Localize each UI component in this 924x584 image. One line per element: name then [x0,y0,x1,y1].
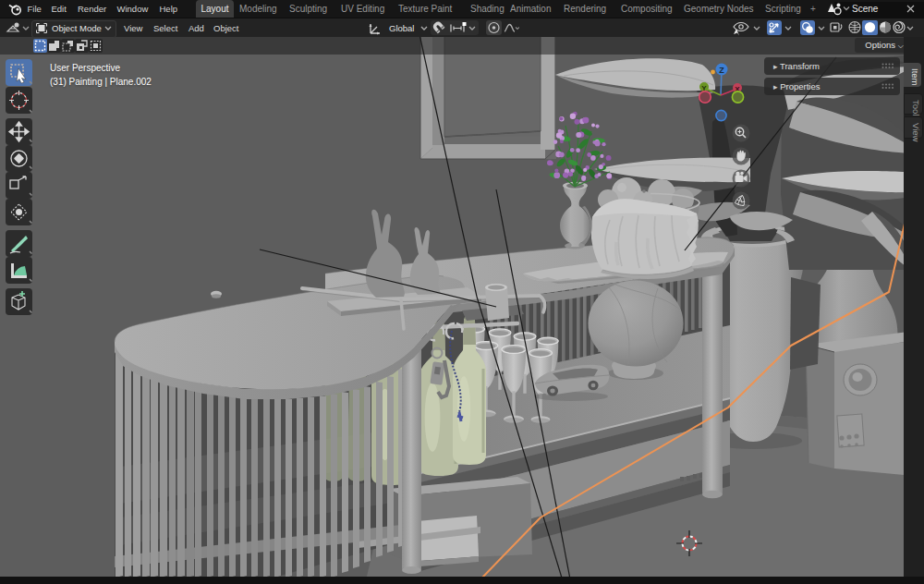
svg-text:Z: Z [719,66,724,75]
